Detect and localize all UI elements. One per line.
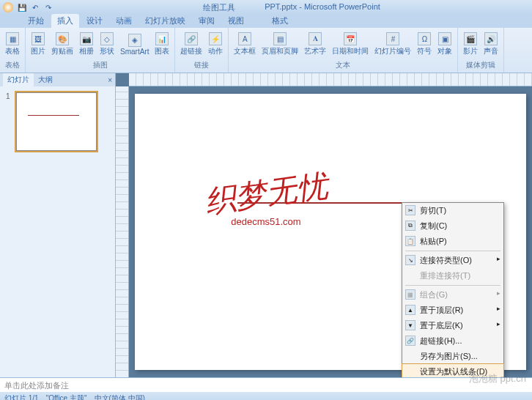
datetime-button[interactable]: 📅日期和时间 bbox=[330, 32, 371, 57]
canvas[interactable]: ✂剪切(T)⧉复制(C)📋粘贴(P)↘连接符类型(O)重排连接符(T)▦组合(G… bbox=[129, 86, 532, 377]
shapes-button[interactable]: ◇形状 bbox=[97, 32, 117, 57]
ctx-item-icon: ▲ bbox=[405, 305, 415, 315]
ribbon: ▦表格 表格 🖼图片 🎨剪贴画 📷相册 ◇形状 ◈SmartArt 📊图表 插图… bbox=[0, 28, 532, 73]
ctx-item[interactable]: 🔗超链接(H)... bbox=[402, 333, 503, 349]
thumb-line-shape bbox=[28, 115, 79, 116]
wordart-button[interactable]: 𝐀艺术字 bbox=[302, 32, 328, 57]
action-button[interactable]: ⚡动作 bbox=[206, 32, 225, 57]
picture-button[interactable]: 🖼图片 bbox=[29, 32, 48, 57]
movie-button[interactable]: 🎬影片 bbox=[461, 32, 480, 57]
vertical-ruler[interactable] bbox=[116, 86, 129, 377]
header-footer-icon: ▤ bbox=[273, 32, 287, 45]
ctx-item: 重排连接符(T) bbox=[402, 268, 503, 284]
group-label: 表格 bbox=[3, 59, 22, 71]
ctx-item-icon: ▼ bbox=[405, 320, 415, 330]
chart-icon: 📊 bbox=[155, 32, 169, 45]
hyperlink-button[interactable]: 🔗超链接 bbox=[178, 32, 204, 57]
notes-pane[interactable]: 单击此处添加备注 bbox=[0, 377, 532, 392]
slidenum-button[interactable]: #幻灯片编号 bbox=[372, 32, 413, 57]
office-button[interactable] bbox=[3, 2, 13, 12]
ctx-separator bbox=[405, 251, 500, 251]
save-icon[interactable]: 💾 bbox=[16, 1, 28, 13]
clipart-icon: 🎨 bbox=[56, 32, 69, 45]
outline-tabs: 幻灯片 大纲 × bbox=[0, 73, 115, 86]
album-icon: 📷 bbox=[80, 32, 93, 45]
outline-tab-slides[interactable]: 幻灯片 bbox=[3, 73, 34, 86]
workspace: 幻灯片 大纲 × 1 ✂剪切(T)⧉复制(C)📋粘贴(P)↘连接符类型(O)重排… bbox=[0, 73, 532, 377]
redo-icon[interactable]: ↷ bbox=[43, 1, 54, 13]
tab-home[interactable]: 开始 bbox=[22, 14, 50, 28]
symbol-button[interactable]: Ω符号 bbox=[415, 32, 434, 57]
album-button[interactable]: 📷相册 bbox=[77, 32, 96, 57]
tab-animation[interactable]: 动画 bbox=[110, 14, 138, 28]
ctx-item-label: 复制(C) bbox=[420, 221, 447, 230]
chart-button[interactable]: 📊图表 bbox=[152, 32, 171, 57]
picture-icon: 🖼 bbox=[32, 32, 45, 45]
datetime-icon: 📅 bbox=[344, 32, 357, 45]
slide-area: ✂剪切(T)⧉复制(C)📋粘贴(P)↘连接符类型(O)重排连接符(T)▦组合(G… bbox=[116, 73, 532, 377]
ctx-item[interactable]: 📋粘贴(P) bbox=[402, 234, 503, 249]
ctx-item[interactable]: 另存为图片(S)... bbox=[402, 349, 503, 364]
clipart-button[interactable]: 🎨剪贴画 bbox=[49, 32, 75, 57]
ctx-item[interactable]: ✂剪切(T) bbox=[402, 203, 503, 218]
sound-icon: 🔊 bbox=[484, 32, 498, 45]
tab-slideshow[interactable]: 幻灯片放映 bbox=[139, 14, 191, 28]
group-label: 插图 bbox=[29, 59, 171, 71]
undo-icon[interactable]: ↶ bbox=[29, 1, 41, 13]
ctx-item-label: 重排连接符(T) bbox=[420, 271, 470, 280]
ctx-item[interactable]: ▼置于底层(K) bbox=[402, 318, 503, 333]
ctx-item-label: 置于顶层(R) bbox=[420, 305, 463, 314]
ctx-item-icon: ▦ bbox=[405, 289, 415, 300]
ctx-item[interactable]: ⧉复制(C) bbox=[402, 218, 503, 234]
textbox-icon: A bbox=[238, 32, 251, 45]
ctx-item-icon: 📋 bbox=[405, 236, 415, 246]
object-button[interactable]: ▣对象 bbox=[435, 32, 454, 57]
group-label: 文本 bbox=[232, 59, 454, 71]
ctx-item-label: 另存为图片(S)... bbox=[420, 352, 478, 360]
outline-tab-outline[interactable]: 大纲 bbox=[34, 73, 57, 86]
horizontal-ruler[interactable] bbox=[129, 73, 532, 86]
object-icon: ▣ bbox=[438, 32, 451, 45]
symbol-icon: Ω bbox=[418, 32, 431, 45]
ribbon-group-text: A文本框 ▤页眉和页脚 𝐀艺术字 📅日期和时间 #幻灯片编号 Ω符号 ▣对象 文… bbox=[229, 28, 458, 73]
thumbnail-area: 1 bbox=[0, 86, 115, 157]
ctx-separator bbox=[405, 285, 500, 286]
table-button[interactable]: ▦表格 bbox=[3, 32, 22, 57]
smartart-button[interactable]: ◈SmartArt bbox=[118, 33, 151, 56]
app-title: PPT.pptx - Microsoft PowerPoint bbox=[265, 2, 380, 13]
site-watermark: 泡泡糖 ppt.cn bbox=[469, 372, 526, 385]
textbox-button[interactable]: A文本框 bbox=[232, 32, 258, 57]
contextual-tool-label: 绘图工具 bbox=[203, 2, 235, 13]
slidenum-icon: # bbox=[386, 32, 399, 45]
sound-button[interactable]: 🔊声音 bbox=[481, 32, 500, 57]
smartart-icon: ◈ bbox=[128, 34, 141, 47]
ctx-item-icon: ⧉ bbox=[405, 221, 415, 231]
slide-thumbnail[interactable] bbox=[16, 92, 97, 151]
tab-format[interactable]: 格式 bbox=[266, 14, 294, 28]
ctx-item-label: 粘贴(P) bbox=[420, 237, 447, 245]
ribbon-group-media: 🎬影片 🔊声音 媒体剪辑 bbox=[458, 28, 504, 73]
ribbon-group-table: ▦表格 表格 bbox=[0, 28, 26, 73]
ctx-item[interactable]: ↘连接符类型(O) bbox=[402, 253, 503, 268]
ctx-item: ▦组合(G) bbox=[402, 287, 503, 303]
quick-access-toolbar: 💾 ↶ ↷ bbox=[16, 1, 54, 13]
ribbon-group-links: 🔗超链接 ⚡动作 链接 bbox=[175, 28, 229, 73]
tab-view[interactable]: 视图 bbox=[222, 14, 250, 28]
ctx-item[interactable]: ▲置于顶层(R) bbox=[402, 303, 503, 318]
group-label: 媒体剪辑 bbox=[461, 59, 500, 71]
tab-insert[interactable]: 插入 bbox=[51, 14, 79, 28]
notes-placeholder: 单击此处添加备注 bbox=[4, 381, 69, 390]
tab-review[interactable]: 审阅 bbox=[193, 14, 221, 28]
ctx-item-icon: 🔗 bbox=[405, 336, 415, 346]
hyperlink-icon: 🔗 bbox=[185, 32, 198, 45]
theme-name: "Office 主题" bbox=[46, 393, 87, 400]
language[interactable]: 中文(简体,中国) bbox=[95, 393, 145, 400]
shapes-icon: ◇ bbox=[100, 32, 114, 45]
header-footer-button[interactable]: ▤页眉和页脚 bbox=[259, 32, 300, 57]
close-icon[interactable]: × bbox=[108, 76, 112, 84]
slide-position: 幻灯片 1/1 bbox=[4, 393, 39, 400]
movie-icon: 🎬 bbox=[464, 32, 477, 45]
tab-design[interactable]: 设计 bbox=[81, 14, 108, 28]
group-label: 链接 bbox=[178, 59, 225, 71]
thumb-number: 1 bbox=[6, 92, 10, 100]
